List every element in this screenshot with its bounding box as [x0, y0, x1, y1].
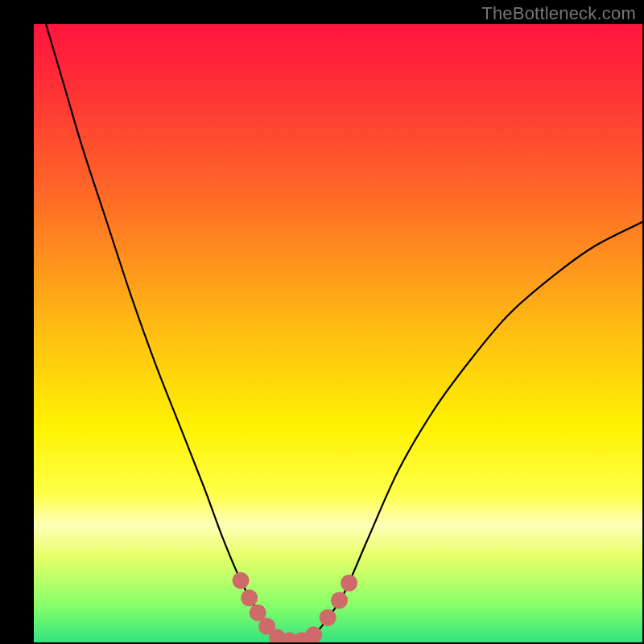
bottleneck-plot	[0, 0, 644, 644]
watermark-text: TheBottleneck.com	[481, 3, 636, 24]
curve-marker	[305, 626, 322, 643]
curve-marker	[331, 592, 348, 609]
chart-canvas: TheBottleneck.com	[0, 0, 644, 644]
curve-marker	[320, 609, 336, 626]
plot-background	[34, 24, 642, 642]
curve-marker	[233, 572, 250, 589]
curve-marker	[241, 589, 258, 606]
curve-marker	[341, 575, 357, 592]
